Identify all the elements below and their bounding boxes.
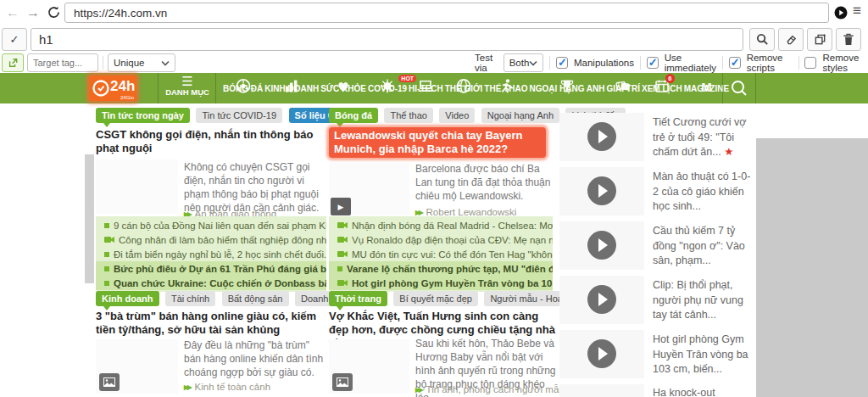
refresh-icon[interactable] bbox=[47, 5, 61, 23]
video-thumb[interactable] bbox=[559, 221, 644, 270]
header-search-button[interactable] bbox=[722, 73, 755, 103]
nav-item-giai-tri[interactable]: GIẢI TRÍ bbox=[606, 84, 641, 93]
play-icon[interactable] bbox=[587, 176, 616, 205]
left-headline[interactable]: CSGT không gọi điện, nhắn tin thông báo … bbox=[96, 128, 330, 155]
kinh-doanh-summary: Đây đều là những "bà trùm" bán hàng onli… bbox=[184, 339, 328, 380]
unique-select-value: Unique bbox=[114, 58, 144, 68]
remove-scripts-label: Remove scripts bbox=[747, 53, 793, 73]
nav-item-ngoai-hang-anh[interactable]: NGOẠI HẠNG ANH bbox=[528, 84, 605, 93]
tab-tin-tuc-covid[interactable]: Tin tức COVID-19 bbox=[196, 108, 282, 123]
play-icon[interactable] bbox=[587, 339, 616, 368]
logo-text: 24h bbox=[110, 78, 135, 95]
nav-item-xem-lich[interactable]: XEM LỊCH 6 bbox=[641, 84, 683, 93]
bullet-square-icon bbox=[104, 281, 109, 286]
unique-select[interactable]: Unique bbox=[108, 53, 175, 72]
video-thumb[interactable] bbox=[559, 113, 644, 161]
kinh-doanh-link[interactable]: ▸▸Kinh tế toàn cảnh bbox=[184, 381, 270, 393]
copy-selector-button[interactable] bbox=[807, 28, 832, 51]
delete-button[interactable] bbox=[836, 28, 861, 51]
back-icon[interactable]: ← bbox=[6, 2, 19, 24]
url-input[interactable] bbox=[64, 3, 829, 23]
list-item[interactable]: Nhận định bóng đá Real Madrid - Chelsea:… bbox=[329, 218, 553, 232]
nav-item-bong-da[interactable]: BÓNG ĐÁ bbox=[222, 84, 264, 93]
nav-item-kinh-doanh[interactable]: KINH DOANH bbox=[264, 84, 320, 93]
open-in-page-button[interactable] bbox=[2, 53, 24, 72]
tab-bat-dong-san[interactable]: Bất động sản bbox=[222, 291, 289, 306]
tab-thoi-trang[interactable]: Thời trang bbox=[329, 291, 387, 306]
bullet-square-icon bbox=[104, 266, 109, 271]
search-button[interactable] bbox=[749, 28, 775, 51]
video-thumb[interactable] bbox=[559, 330, 644, 378]
target-tag-input[interactable] bbox=[27, 53, 98, 72]
image-placeholder-icon bbox=[332, 373, 353, 391]
list-item[interactable]: Công nhân đi làm bảo hiểm thất nghiệp đô… bbox=[96, 232, 326, 247]
menu-button[interactable]: ☰ DANH MỤC bbox=[163, 75, 212, 101]
tab-bong-da[interactable]: Bóng đá bbox=[329, 108, 378, 123]
play-icon[interactable] bbox=[587, 231, 616, 260]
nav-item-hi-tech[interactable]: HI-TECH bbox=[408, 84, 444, 93]
copy-icon bbox=[814, 33, 826, 46]
nav-item-the-thao[interactable]: THỂ THAO bbox=[483, 84, 528, 93]
video-title[interactable]: Màn ảo thuật có 1-0-2 của cô giáo khiến … bbox=[653, 170, 753, 215]
list-item[interactable]: MU đón tin cực vui: Có thể đón Ten Hag "… bbox=[329, 247, 553, 261]
run-play-icon[interactable] bbox=[834, 6, 848, 23]
calendar-date-badge: 6 bbox=[665, 74, 675, 83]
site-logo[interactable]: 24h 24Gio bbox=[89, 75, 136, 101]
list-item[interactable]: 9 cán bộ của Đồng Nai liên quan đến sai … bbox=[96, 218, 326, 232]
video-title[interactable]: Cầu thủ kiếm 7 tỷ đồng "ngon ơ": Vào sân… bbox=[653, 224, 753, 269]
divider bbox=[755, 73, 756, 103]
play-icon[interactable] bbox=[587, 122, 616, 151]
list-item[interactable]: Quan chức Ukraine: Cuộc chiến ở Donbass … bbox=[96, 276, 326, 290]
forward-icon[interactable]: → bbox=[26, 2, 40, 24]
tab-tai-chinh[interactable]: Tài chính bbox=[165, 291, 215, 306]
bong-da-news-list: Nhận định bóng đá Real Madrid - Chelsea:… bbox=[329, 216, 553, 292]
video-title[interactable]: Clip: Bị thổi phạt, người phụ nữ vung ta… bbox=[653, 278, 753, 323]
list-item[interactable]: Varane lộ chấn thương phức tạp, MU "điên… bbox=[329, 261, 553, 276]
apply-selector-button[interactable]: ✓ bbox=[2, 28, 27, 51]
double-arrow-icon: ▸▸ bbox=[415, 384, 422, 394]
remove-scripts-checkbox[interactable] bbox=[729, 57, 741, 69]
list-item[interactable]: Đi tắm biển ngày nghỉ bù lễ, 2 học sinh … bbox=[96, 247, 326, 261]
video-title[interactable]: Hạ knock-out 'Zombie bbox=[653, 386, 753, 397]
list-item[interactable]: Vụ Ronaldo đập điện thoại của CĐV: Mẹ nạ… bbox=[329, 232, 553, 247]
tab-ngoai-hang-anh[interactable]: Ngoại hạng Anh bbox=[481, 108, 559, 123]
left-article-image[interactable] bbox=[96, 159, 178, 214]
video-thumb[interactable] bbox=[559, 384, 644, 397]
highlighted-h1-headline[interactable]: Lewandowski quyết chia tay Bayern Munich… bbox=[329, 127, 546, 158]
hamburger-icon[interactable]: ≡ bbox=[853, 3, 861, 20]
tab-the-thao[interactable]: Thể thao bbox=[384, 108, 432, 123]
video-thumb[interactable] bbox=[559, 276, 644, 324]
video-play-icon[interactable]: ▶ bbox=[331, 198, 351, 215]
video-thumb[interactable] bbox=[559, 167, 644, 215]
list-item[interactable]: Hot girl phòng Gym Huyền Trân vòng ba 10… bbox=[329, 276, 553, 290]
nav-item-covid-19[interactable]: COVID-19 HOT bbox=[367, 84, 408, 93]
test-options-bar: Test via Both Manipulations Use immediat… bbox=[475, 53, 866, 72]
thoi-trang-link[interactable]: ▸▸Tin ảnh, phong cách người mẫu hot bbox=[415, 383, 581, 395]
video-title[interactable]: Hot girl phòng Gym Huyền Trân vòng ba 10… bbox=[653, 333, 753, 377]
play-icon[interactable] bbox=[587, 285, 616, 314]
tab-tin-tuc-trong-ngay[interactable]: Tin tức trong ngày bbox=[96, 108, 190, 123]
list-item[interactable]: Bức phù điêu ở Dự án 61 Trần Phú đáng gi… bbox=[96, 261, 326, 276]
nav-item-suc-khoe[interactable]: SỨC KHỎE bbox=[320, 84, 367, 93]
use-immediately-label: Use immediately bbox=[665, 53, 716, 73]
nav-item-the-gioi[interactable]: THẾ GIỚI bbox=[444, 84, 484, 93]
image-placeholder-icon bbox=[99, 373, 120, 391]
tab-bi-quyet-mac-dep[interactable]: Bí quyết mặc đẹp bbox=[393, 291, 478, 306]
tab-kinh-doanh[interactable]: Kinh doanh bbox=[96, 291, 159, 306]
tab-video[interactable]: Video bbox=[439, 108, 475, 123]
kinh-doanh-tabbar: Kinh doanh Tài chính Bất động sản Doanh … bbox=[96, 291, 367, 306]
use-immediately-checkbox[interactable] bbox=[647, 57, 659, 69]
test-via-label: Test via bbox=[475, 53, 498, 73]
remove-styles-label: Remove styles bbox=[822, 53, 866, 73]
remove-styles-checkbox[interactable] bbox=[804, 57, 816, 69]
kinh-doanh-headline[interactable]: 3 "bà trùm" bán hàng online giàu có, kiế… bbox=[96, 310, 330, 337]
camera-icon bbox=[337, 236, 348, 243]
camera-icon bbox=[337, 250, 348, 258]
test-via-select[interactable]: Both bbox=[504, 53, 544, 72]
video-title[interactable]: Tiết Cương cưới vợ trẻ ở tuổi 49: "Tôi c… bbox=[653, 115, 753, 160]
selector-input[interactable] bbox=[31, 28, 743, 51]
bullet-square-icon bbox=[337, 266, 342, 271]
search-icon bbox=[756, 33, 769, 46]
manipulations-checkbox[interactable] bbox=[556, 57, 568, 69]
eraser-button[interactable] bbox=[778, 28, 804, 51]
